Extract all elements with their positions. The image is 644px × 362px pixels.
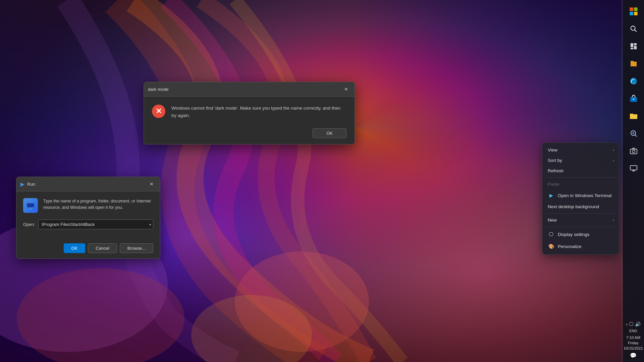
error-dialog-message-text: Windows cannot find 'dark mode'. Make su…: [171, 105, 346, 119]
context-menu-item-paste[interactable]: Paste: [542, 179, 619, 189]
tray-controls[interactable]: ‹ 🖵 🔊: [626, 321, 641, 327]
run-dialog-form: Open: ▾: [16, 220, 160, 240]
error-dialog-titlebar: dark mode ✕: [144, 82, 355, 97]
error-dialog-body: ✕ Windows cannot find 'dark mode'. Make …: [144, 97, 355, 124]
run-dialog-open-input[interactable]: [38, 220, 153, 229]
security-button[interactable]: [626, 126, 641, 141]
open-terminal-label: Open in Windows Terminal: [558, 193, 611, 198]
svg-rect-15: [634, 43, 636, 45]
context-menu-item-sort-by[interactable]: Sort by ›: [542, 155, 619, 166]
tray-icon-area: ‹ 🖵 🔊 ENG 7:10 AM Friday 10/15/2021 💬: [624, 321, 643, 359]
context-menu-separator-1: [545, 177, 616, 178]
svg-rect-25: [630, 166, 637, 170]
error-dialog-title-text: dark mode: [148, 87, 168, 92]
run-dialog-cancel-button[interactable]: Cancel: [88, 243, 117, 253]
run-dialog-open-label: Open:: [23, 222, 35, 227]
taskbar: [623, 0, 644, 362]
desktop-context-menu: View › Sort by › Refresh Paste ▶ Open in…: [542, 142, 619, 255]
error-dialog-footer: OK: [144, 124, 355, 144]
display-icon[interactable]: 🖵: [629, 321, 634, 327]
run-dialog-titlebar: ▶ Run ✕: [16, 177, 160, 191]
remote-desktop-button[interactable]: [626, 161, 641, 176]
svg-rect-16: [630, 48, 633, 50]
clock-time: 7:10 AM: [624, 335, 643, 340]
sort-by-label: Sort by: [548, 158, 562, 163]
keyboard-layout-indicator[interactable]: ENG: [629, 328, 638, 334]
run-dialog-title-area: ▶ Run: [20, 181, 35, 187]
clock-date: 10/15/2021: [624, 346, 643, 351]
next-bg-label: Next desktop background: [548, 204, 599, 209]
context-menu-item-new[interactable]: New ›: [542, 215, 619, 225]
context-menu-item-view[interactable]: View ›: [542, 145, 619, 155]
notification-icon[interactable]: 💬: [630, 352, 637, 359]
svg-rect-9: [634, 7, 638, 11]
run-dialog-description-text: Type the name of a program, folder, docu…: [43, 198, 153, 211]
display-settings-icon: 🖵: [548, 231, 554, 238]
run-dialog-ok-button[interactable]: OK: [64, 243, 86, 253]
start-button[interactable]: [626, 4, 641, 19]
context-menu-separator-3: [545, 227, 616, 227]
file-explorer-button[interactable]: [626, 56, 641, 71]
svg-rect-8: [630, 7, 633, 11]
svg-rect-10: [630, 12, 633, 15]
svg-rect-29: [27, 203, 34, 207]
context-menu-item-personalize[interactable]: 🎨 Personalize: [542, 240, 619, 252]
sort-by-arrow-icon: ›: [613, 158, 614, 163]
volume-icon[interactable]: 🔊: [635, 321, 641, 327]
run-dialog-open-row: Open: ▾: [23, 220, 153, 229]
widgets-button[interactable]: [626, 39, 641, 54]
run-dialog-content: Type the name of a program, folder, docu…: [16, 191, 160, 220]
svg-line-13: [634, 30, 636, 32]
edge-browser-button[interactable]: [626, 74, 641, 88]
svg-rect-17: [634, 46, 636, 49]
personalize-icon: 🎨: [548, 243, 554, 250]
clock-display[interactable]: 7:10 AM Friday 10/15/2021: [624, 335, 643, 351]
new-arrow-icon: ›: [613, 218, 614, 223]
svg-point-20: [633, 99, 634, 100]
new-label: New: [548, 218, 557, 223]
context-menu-separator-2: [545, 213, 616, 214]
run-dialog-dropdown-arrow-icon[interactable]: ▾: [149, 222, 151, 227]
paste-label: Paste: [548, 182, 559, 187]
error-dialog: dark mode ✕ ✕ Windows cannot find 'dark …: [144, 82, 355, 144]
chevron-left-icon[interactable]: ‹: [626, 321, 628, 327]
run-dialog-buttons: OK Cancel Browse...: [16, 240, 160, 258]
context-menu-item-refresh[interactable]: Refresh: [542, 166, 619, 176]
context-menu-item-display-settings[interactable]: 🖵 Display settings: [542, 228, 619, 240]
svg-point-24: [632, 150, 635, 153]
terminal-icon: ▶: [548, 192, 554, 199]
run-dialog-title-text: Run: [27, 182, 35, 187]
system-tray: ‹ 🖵 🔊 ENG 7:10 AM Friday 10/15/2021 💬: [623, 321, 644, 362]
display-settings-label: Display settings: [558, 232, 590, 237]
search-taskbar-button[interactable]: [626, 21, 641, 36]
microsoft-store-button[interactable]: [626, 91, 641, 106]
context-menu-item-open-terminal[interactable]: ▶ Open in Windows Terminal: [542, 189, 619, 201]
run-dialog-browse-button[interactable]: Browse...: [120, 243, 153, 253]
run-dialog-app-icon: [23, 198, 38, 213]
run-dialog-title-icon: ▶: [20, 181, 24, 187]
context-menu-item-next-bg[interactable]: Next desktop background: [542, 201, 619, 212]
error-dialog-ok-button[interactable]: OK: [313, 128, 346, 138]
view-arrow-icon: ›: [613, 148, 614, 153]
svg-rect-14: [630, 43, 633, 47]
error-dialog-close-button[interactable]: ✕: [342, 85, 351, 94]
run-dialog-close-button[interactable]: ✕: [147, 180, 156, 188]
camera-button[interactable]: [626, 143, 641, 158]
run-dialog-input-wrapper: ▾: [38, 220, 153, 229]
svg-line-22: [635, 135, 637, 137]
svg-rect-23: [630, 149, 637, 154]
personalize-label: Personalize: [558, 244, 582, 249]
folder-button[interactable]: [626, 109, 641, 123]
refresh-label: Refresh: [548, 168, 564, 173]
view-label: View: [548, 147, 557, 153]
run-dialog: ▶ Run ✕ Type the name of a program, fold…: [16, 177, 160, 259]
svg-rect-11: [634, 12, 638, 15]
clock-day: Friday: [624, 340, 643, 346]
error-icon: ✕: [152, 105, 165, 118]
